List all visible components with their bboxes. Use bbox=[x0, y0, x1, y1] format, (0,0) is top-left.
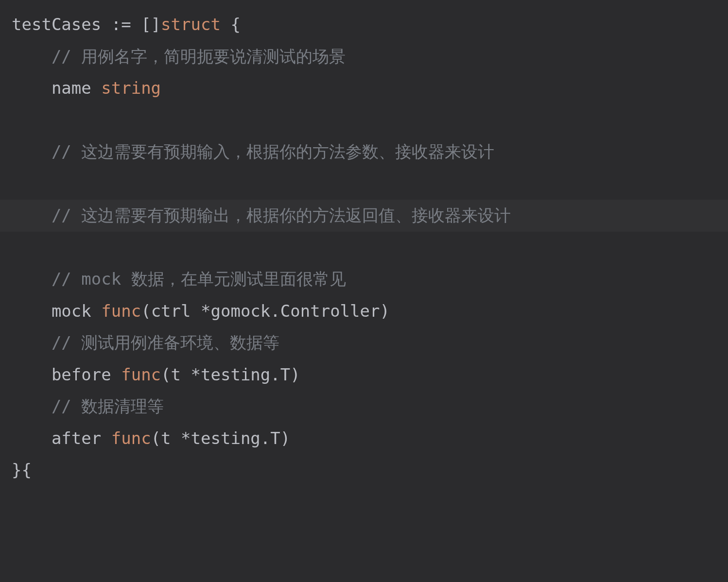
dot: . bbox=[270, 301, 280, 321]
dot: . bbox=[260, 428, 270, 448]
code-line: name string bbox=[12, 78, 161, 98]
paren-open: ( bbox=[141, 301, 151, 321]
comment: // 用例名字，简明扼要说清测试的场景 bbox=[52, 47, 346, 66]
param-name: ctrl bbox=[151, 301, 201, 321]
keyword-func: func bbox=[101, 301, 141, 321]
keyword-struct: struct bbox=[161, 15, 221, 34]
package-name: testing bbox=[201, 365, 270, 384]
comment: // 测试用例准备环境、数据等 bbox=[52, 333, 279, 352]
code-line: mock func(ctrl *gomock.Controller) bbox=[12, 301, 390, 321]
package-name: testing bbox=[191, 428, 260, 448]
field-before: before bbox=[52, 365, 121, 384]
star: * bbox=[201, 301, 210, 321]
punctuation: [] bbox=[131, 15, 161, 34]
type-string: string bbox=[101, 78, 161, 98]
comment: // 这边需要有预期输出，根据你的方法返回值、接收器来设计 bbox=[52, 205, 511, 225]
paren-open: ( bbox=[161, 365, 171, 384]
paren-close: ) bbox=[280, 428, 290, 448]
param-name: t bbox=[171, 365, 191, 384]
type-name: T bbox=[270, 428, 280, 448]
comment: // mock 数据，在单元测试里面很常见 bbox=[52, 269, 346, 289]
code-line: testCases := []struct { bbox=[12, 15, 241, 34]
code-line: after func(t *testing.T) bbox=[12, 428, 290, 448]
brace-close-open: }{ bbox=[12, 460, 32, 479]
comment: // 这边需要有预期输入，根据你的方法参数、接收器来设计 bbox=[52, 142, 494, 161]
field-name: name bbox=[52, 78, 101, 98]
code-line: // 测试用例准备环境、数据等 bbox=[12, 333, 279, 352]
code-line: }{ bbox=[12, 460, 32, 479]
type-name: T bbox=[280, 365, 290, 384]
identifier: testCases bbox=[12, 15, 111, 34]
star: * bbox=[181, 428, 191, 448]
comment: // 数据清理等 bbox=[52, 396, 164, 416]
paren-close: ) bbox=[380, 301, 389, 321]
code-line: // 这边需要有预期输出，根据你的方法返回值、接收器来设计 bbox=[12, 205, 511, 225]
code-line: // 用例名字，简明扼要说清测试的场景 bbox=[12, 47, 346, 66]
package-name: gomock bbox=[210, 301, 270, 321]
param-name: t bbox=[161, 428, 181, 448]
code-line: before func(t *testing.T) bbox=[12, 365, 300, 384]
code-line: // mock 数据，在单元测试里面很常见 bbox=[12, 269, 346, 289]
dot: . bbox=[270, 365, 280, 384]
operator: := bbox=[111, 15, 131, 34]
star: * bbox=[191, 365, 201, 384]
code-block: testCases := []struct { // 用例名字，简明扼要说清测试… bbox=[0, 0, 728, 486]
field-after: after bbox=[52, 428, 111, 448]
code-line: // 这边需要有预期输入，根据你的方法参数、接收器来设计 bbox=[12, 142, 494, 161]
type-name: Controller bbox=[280, 301, 380, 321]
paren-open: ( bbox=[151, 428, 161, 448]
field-mock: mock bbox=[52, 301, 101, 321]
brace-open: { bbox=[221, 15, 241, 34]
keyword-func: func bbox=[121, 365, 161, 384]
code-line: // 数据清理等 bbox=[12, 396, 164, 416]
paren-close: ) bbox=[290, 365, 300, 384]
keyword-func: func bbox=[111, 428, 151, 448]
